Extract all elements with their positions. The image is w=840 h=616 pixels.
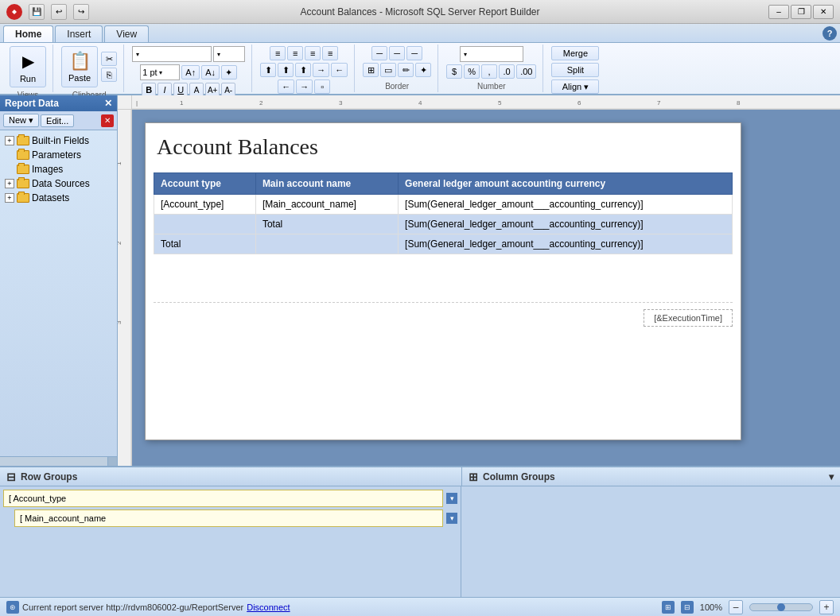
- group-item-main-account[interactable]: [ Main_account_name: [14, 509, 443, 527]
- split-button[interactable]: Split: [551, 63, 599, 77]
- ribbon-section-paragraph: ≡ ≡ ≡ ≡ ⬆ ⬆ ⬆ → ← ← → ▫ Paragraph: [254, 45, 355, 92]
- title-bar: 💾 ↩ ↪ Account Balances - Microsoft SQL S…: [0, 0, 840, 24]
- redo-button[interactable]: ↪: [73, 4, 89, 20]
- zoom-slider[interactable]: [749, 603, 813, 611]
- border-outer-button[interactable]: ▭: [380, 63, 396, 77]
- svg-text:6: 6: [578, 99, 581, 107]
- border-style-button[interactable]: ─: [371, 46, 387, 60]
- comma-button[interactable]: ,: [481, 64, 497, 79]
- cell-gl-amount-sub[interactable]: [Sum(General_ledger_amount___accounting_…: [399, 215, 733, 234]
- rd-close-button[interactable]: ✕: [101, 114, 114, 127]
- restore-button[interactable]: ❐: [791, 5, 811, 19]
- percent-button[interactable]: %: [464, 64, 480, 79]
- canvas-scroll[interactable]: Account Balances Account type Main accou…: [132, 110, 840, 466]
- cell-account-type-data[interactable]: [Account_type]: [154, 195, 256, 215]
- help-button[interactable]: ?: [822, 26, 837, 41]
- tree-item-builtin-fields[interactable]: + Built-in Fields: [2, 134, 115, 148]
- report-table: Account type Main account name General l…: [154, 172, 733, 254]
- border-width-button[interactable]: ─: [406, 46, 422, 60]
- align-left-button[interactable]: ≡: [270, 46, 286, 60]
- border-color-button[interactable]: ─: [389, 46, 405, 60]
- ltr-button[interactable]: →: [313, 63, 329, 77]
- effects-button[interactable]: ✦: [221, 65, 237, 79]
- minimize-button[interactable]: –: [768, 5, 789, 19]
- border-erase-button[interactable]: ✦: [415, 63, 431, 77]
- report-data-close-button[interactable]: ✕: [104, 98, 112, 109]
- zoom-level: 100%: [700, 602, 722, 612]
- datasources-expand[interactable]: +: [5, 179, 14, 188]
- table-header-row: Account type Main account name General l…: [154, 173, 733, 195]
- cell-account-type-total[interactable]: Total: [154, 234, 256, 254]
- tree-item-parameters[interactable]: Parameters: [2, 148, 115, 162]
- font-style-dropdown[interactable]: ▾: [213, 46, 245, 62]
- valign-bot-button[interactable]: ⬆: [295, 63, 311, 77]
- tab-view[interactable]: View: [104, 25, 149, 42]
- dec-inc-button[interactable]: .0: [499, 64, 515, 79]
- group-item-main-account-label: [ Main_account_name: [20, 513, 106, 523]
- cell-main-account-data[interactable]: [Main_account_name]: [255, 195, 398, 215]
- cell-main-account-total[interactable]: [255, 234, 398, 254]
- number-format-dropdown[interactable]: ▾: [460, 46, 523, 62]
- indent-inc-button[interactable]: →: [296, 79, 313, 94]
- builtin-expand[interactable]: +: [5, 136, 14, 145]
- dec-dec-button[interactable]: .00: [516, 64, 536, 79]
- rtl-button[interactable]: ←: [331, 63, 348, 77]
- border-all-button[interactable]: ⊞: [363, 63, 379, 77]
- paste-button[interactable]: 📋 Paste: [61, 46, 98, 87]
- cell-main-account-sub[interactable]: Total: [255, 215, 398, 234]
- svg-text:7: 7: [657, 99, 661, 107]
- font-name-dropdown[interactable]: ▾: [132, 46, 212, 62]
- col-groups-expand[interactable]: ▾: [829, 471, 834, 482]
- currency-button[interactable]: $: [446, 64, 462, 79]
- close-button[interactable]: ✕: [813, 5, 834, 19]
- undo-button[interactable]: ↩: [51, 4, 67, 20]
- zoom-in-button[interactable]: +: [819, 600, 834, 614]
- merge-button[interactable]: Merge: [551, 46, 599, 60]
- column-groups-header: ⊞ Column Groups ▾: [461, 467, 840, 486]
- col-account-type: Account type: [154, 173, 256, 195]
- shrink-font-button[interactable]: A↓: [201, 65, 220, 79]
- svg-text:3: 3: [118, 320, 122, 324]
- cell-gl-amount-data[interactable]: [Sum(General_ledger_amount___accounting_…: [399, 195, 733, 215]
- cell-account-type-sub[interactable]: [154, 215, 256, 234]
- datasets-expand[interactable]: +: [5, 193, 14, 203]
- tab-home[interactable]: Home: [3, 25, 53, 42]
- edit-button[interactable]: Edit...: [41, 114, 74, 127]
- align-center-button[interactable]: ≡: [287, 46, 303, 60]
- cell-gl-amount-total[interactable]: [Sum(General_ledger_amount___accounting_…: [399, 234, 733, 254]
- table-row-data: [Account_type] [Main_account_name] [Sum(…: [154, 195, 733, 215]
- border-pen-button[interactable]: ✏: [398, 63, 414, 77]
- group-account-type-dropdown[interactable]: ▾: [446, 493, 457, 504]
- zoom-out-button[interactable]: –: [729, 600, 743, 614]
- grow-font-button[interactable]: A↑: [181, 65, 200, 79]
- group-item-account-type[interactable]: [ Account_type: [3, 490, 443, 507]
- ribbon-section-views: ▶ Run Views: [3, 45, 53, 92]
- new-button[interactable]: New ▾: [3, 114, 39, 127]
- padding-button[interactable]: ▫: [314, 79, 330, 94]
- number-label: Number: [477, 82, 506, 91]
- valign-top-button[interactable]: ⬆: [260, 63, 276, 77]
- font-name-arrow: ▾: [136, 51, 139, 58]
- align-button[interactable]: Align ▾: [551, 79, 599, 94]
- report-title[interactable]: Account Balances: [154, 131, 733, 163]
- save-button[interactable]: 💾: [29, 4, 45, 20]
- valign-mid-button[interactable]: ⬆: [278, 63, 294, 77]
- tree-item-datasets[interactable]: + Datasets: [2, 191, 115, 205]
- justify-button[interactable]: ≡: [322, 46, 338, 60]
- group-main-account-dropdown[interactable]: ▾: [446, 513, 457, 524]
- disconnect-link[interactable]: Disconnect: [247, 602, 290, 612]
- title-bar-left: 💾 ↩ ↪: [6, 4, 89, 20]
- align-right-button[interactable]: ≡: [305, 46, 321, 60]
- group-row-main-account: [ Main_account_name ▾: [14, 509, 457, 527]
- status-right: ⊞ ⊟ 100% – +: [662, 600, 834, 614]
- run-button[interactable]: ▶ Run: [10, 46, 46, 87]
- tree-item-images[interactable]: Images: [2, 162, 115, 176]
- tab-insert[interactable]: Insert: [55, 25, 103, 42]
- cut-button[interactable]: ✂: [101, 52, 117, 66]
- svg-text:8: 8: [737, 99, 741, 107]
- copy-button[interactable]: ⎘: [101, 68, 117, 82]
- tree-item-data-sources[interactable]: + Data Sources: [2, 176, 115, 191]
- indent-dec-button[interactable]: ←: [278, 79, 294, 94]
- execution-time[interactable]: [&ExecutionTime]: [644, 309, 733, 327]
- font-size-dropdown[interactable]: 1 pt ▾: [140, 64, 180, 80]
